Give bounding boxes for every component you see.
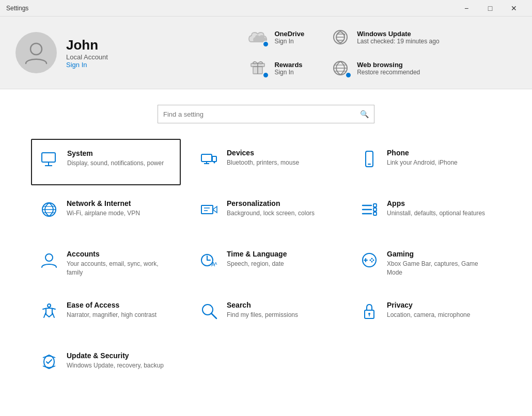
web-browsing-name: Web browsing: [357, 61, 420, 69]
apps-icon: [360, 200, 379, 221]
web-browsing-text: Web browsing Restore recommended: [357, 61, 420, 76]
user-signin[interactable]: Sign In: [66, 61, 108, 69]
user-details: John Local Account Sign In: [66, 37, 108, 69]
titlebar-title: Settings: [6, 5, 455, 12]
accounts-icon: [40, 251, 58, 271]
update-security-icon: [40, 353, 58, 373]
time-language-text: Time & Language Speech, region, date: [227, 250, 287, 268]
phone-name: Phone: [387, 149, 458, 157]
gaming-name: Gaming: [387, 250, 492, 258]
svg-point-39: [371, 261, 373, 263]
user-info: John Local Account Sign In: [15, 32, 150, 73]
maximize-button[interactable]: □: [478, 0, 502, 17]
devices-name: Devices: [227, 149, 299, 157]
onedrive-text: OneDrive Sign In: [274, 30, 304, 45]
service-item-web-browsing[interactable]: Web browsing Restore recommended: [330, 58, 439, 78]
svg-rect-31: [373, 212, 377, 215]
setting-item-privacy[interactable]: Privacy Location, camera, microphone: [351, 291, 501, 338]
svg-line-43: [211, 313, 216, 318]
svg-point-45: [368, 313, 370, 315]
devices-icon: [200, 150, 218, 170]
time-language-name: Time & Language: [227, 250, 287, 258]
svg-point-40: [370, 260, 371, 261]
personalization-desc: Background, lock screen, colors: [227, 209, 315, 218]
setting-item-time-language[interactable]: A A Time & Language Speech, region, date: [191, 240, 341, 287]
onedrive-name: OneDrive: [274, 30, 304, 38]
web-browsing-dot: [345, 72, 352, 78]
gaming-icon: [360, 251, 379, 271]
search-bar: 🔍: [31, 105, 501, 123]
web-browsing-icon-wrap: [330, 58, 351, 78]
network-name: Network & Internet: [67, 199, 140, 207]
service-item-rewards[interactable]: Rewards Sign In: [247, 58, 304, 78]
phone-icon: [360, 150, 379, 170]
search-settings-text: Search Find my files, permissions: [227, 301, 298, 319]
setting-item-personalization[interactable]: Personalization Background, lock screen,…: [191, 189, 341, 236]
onedrive-dot: [262, 41, 269, 47]
search-settings-name: Search: [227, 301, 298, 309]
rewards-text: Rewards Sign In: [274, 61, 302, 76]
ease-of-access-icon: [40, 302, 58, 323]
search-settings-desc: Find my files, permissions: [227, 311, 298, 319]
setting-item-apps[interactable]: Apps Uninstall, defaults, optional featu…: [351, 189, 501, 236]
rewards-name: Rewards: [274, 61, 302, 69]
svg-rect-30: [373, 208, 377, 211]
network-icon: [40, 200, 58, 221]
network-text: Network & Internet Wi-Fi, airplane mode,…: [67, 199, 140, 218]
gaming-text: Gaming Xbox Game Bar, captures, Game Mod…: [387, 250, 492, 277]
user-name: John: [66, 37, 108, 53]
privacy-text: Privacy Location, camera, microphone: [387, 301, 470, 319]
svg-rect-12: [201, 154, 212, 162]
windows-update-name: Windows Update: [357, 30, 439, 38]
accounts-text: Accounts Your accounts, email, sync, wor…: [67, 250, 172, 277]
main-content: 🔍 System Display, sound, notifications, …: [0, 89, 532, 398]
web-browsing-sub: Restore recommended: [357, 69, 420, 76]
windows-update-sub: Last checked: 19 minutes ago: [357, 38, 439, 45]
setting-item-network[interactable]: Network & Internet Wi-Fi, airplane mode,…: [31, 189, 181, 236]
setting-item-search[interactable]: Search Find my files, permissions: [191, 291, 341, 338]
setting-item-update-security[interactable]: Update & Security Windows Update, recove…: [31, 342, 181, 388]
rewards-dot: [262, 72, 269, 78]
time-language-desc: Speech, region, date: [227, 260, 287, 268]
update-security-desc: Windows Update, recovery, backup: [67, 361, 164, 370]
devices-desc: Bluetooth, printers, mouse: [227, 158, 299, 167]
system-desc: Display, sound, notifications, power: [67, 159, 164, 168]
svg-point-32: [45, 254, 53, 261]
update-security-text: Update & Security Windows Update, recove…: [67, 351, 164, 370]
svg-text:A: A: [214, 261, 217, 266]
svg-point-37: [371, 258, 373, 260]
windows-update-icon-wrap: [330, 27, 351, 47]
search-icon: 🔍: [360, 110, 369, 118]
setting-item-devices[interactable]: Devices Bluetooth, printers, mouse: [191, 139, 341, 185]
time-language-icon: A A: [200, 251, 218, 271]
service-col-1: OneDrive Sign In Rewards: [247, 27, 304, 78]
personalization-name: Personalization: [227, 199, 315, 207]
rewards-icon-wrap: [247, 58, 268, 78]
svg-point-16: [214, 162, 215, 164]
close-button[interactable]: ✕: [502, 0, 526, 17]
setting-item-system[interactable]: System Display, sound, notifications, po…: [31, 139, 181, 185]
gaming-desc: Xbox Game Bar, captures, Game Mode: [387, 260, 492, 277]
svg-rect-9: [42, 153, 55, 162]
minimize-button[interactable]: −: [455, 0, 478, 17]
accounts-name: Accounts: [67, 250, 172, 258]
header-services: OneDrive Sign In Rewards: [170, 27, 517, 78]
setting-item-ease-of-access[interactable]: Ease of Access Narrator, magnifier, high…: [31, 291, 181, 338]
service-item-onedrive[interactable]: OneDrive Sign In: [247, 27, 304, 47]
apps-desc: Uninstall, defaults, optional features: [387, 209, 485, 218]
setting-item-gaming[interactable]: Gaming Xbox Game Bar, captures, Game Mod…: [351, 240, 501, 287]
svg-point-41: [48, 304, 51, 307]
titlebar: Settings − □ ✕: [0, 0, 532, 17]
search-input-wrap[interactable]: 🔍: [158, 105, 374, 123]
rewards-sub: Sign In: [274, 69, 302, 76]
setting-item-accounts[interactable]: Accounts Your accounts, email, sync, wor…: [31, 240, 181, 287]
apps-name: Apps: [387, 199, 485, 207]
ease-of-access-name: Ease of Access: [67, 301, 157, 309]
phone-text: Phone Link your Android, iPhone: [387, 149, 458, 167]
search-input[interactable]: [163, 110, 360, 118]
service-item-windows-update[interactable]: Windows Update Last checked: 19 minutes …: [330, 27, 439, 47]
setting-item-phone[interactable]: Phone Link your Android, iPhone: [351, 139, 501, 185]
windows-update-text: Windows Update Last checked: 19 minutes …: [357, 30, 439, 45]
svg-rect-23: [201, 205, 213, 214]
personalization-text: Personalization Background, lock screen,…: [227, 199, 315, 218]
